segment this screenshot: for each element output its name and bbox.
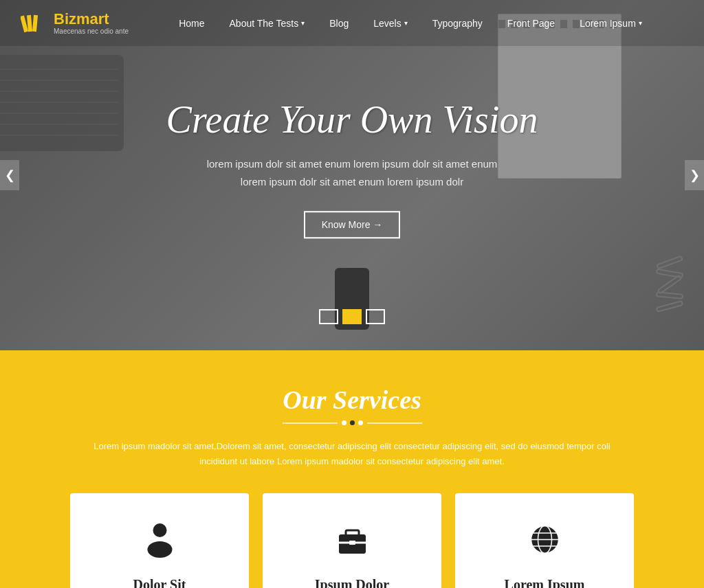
- nav-link-typography[interactable]: Typography: [420, 18, 495, 29]
- nav-item-lorem[interactable]: Lorem Ipsum ▾: [567, 18, 654, 29]
- brand-logo-area: Bizmart Maecenas nec odio ante: [21, 10, 138, 37]
- divider-line-right: [367, 422, 422, 424]
- nav-item-frontpage[interactable]: Front Page: [495, 18, 567, 29]
- nav-item-home[interactable]: Home: [166, 18, 217, 29]
- slider-dots: [319, 309, 385, 324]
- divider-dot-3: [358, 420, 363, 425]
- services-title: Our Services: [41, 385, 663, 415]
- hero-subtitle: lorem ipsum dolr sit amet enum lorem ips…: [111, 155, 593, 190]
- levels-dropdown-arrow: ▾: [404, 19, 408, 27]
- brand-text-group: Bizmart Maecenas nec odio ante: [54, 11, 129, 35]
- slider-dot-1[interactable]: [319, 309, 338, 324]
- divider-dots: [342, 420, 363, 425]
- nav-link-lorem[interactable]: Lorem Ipsum ▾: [567, 18, 654, 29]
- services-description: Lorem ipsum madolor sit amet,Dolorem sit…: [77, 439, 627, 469]
- nav-item-blog[interactable]: Blog: [317, 18, 361, 29]
- divider-dot-1: [342, 420, 346, 425]
- navbar: Bizmart Maecenas nec odio ante Home Abou…: [0, 0, 704, 46]
- about-dropdown-arrow: ▾: [301, 19, 305, 27]
- nav-links-list: Home About The Tests ▾ Blog Levels ▾ Typ…: [138, 18, 683, 29]
- hero-subtitle-line2: lorem ipsum dolr sit amet enum lorem ips…: [241, 176, 463, 188]
- brand-logo-icon: [21, 10, 48, 37]
- service-card-ipsum: Ipsum Dolor Lorem ipsum dolor sit amet, …: [263, 493, 441, 588]
- slider-arrow-left[interactable]: ❮: [0, 160, 19, 190]
- brand-tagline: Maecenas nec odio ante: [54, 27, 129, 35]
- svg-point-4: [147, 541, 172, 558]
- slider-dot-3[interactable]: [366, 309, 385, 324]
- service-title-ipsum: Ipsum Dolor: [283, 577, 421, 588]
- hero-content: Create Your Own Vision lorem ipsum dolr …: [111, 98, 593, 238]
- divider-line-left: [283, 422, 338, 424]
- divider-dot-2: [350, 420, 355, 425]
- svg-point-3: [153, 523, 166, 537]
- person-icon: [91, 521, 228, 567]
- slider-arrow-right[interactable]: ❯: [685, 160, 704, 190]
- service-title-lorem: Lorem Ipsum: [476, 577, 613, 588]
- svg-rect-8: [349, 541, 355, 545]
- nav-link-about[interactable]: About The Tests ▾: [217, 18, 318, 29]
- globe-icon: [476, 521, 613, 567]
- svg-rect-6: [346, 530, 359, 537]
- slider-dot-2[interactable]: [342, 309, 362, 324]
- services-divider: [41, 420, 663, 425]
- service-card-lorem: Lorem Ipsum Lorem ipsum dolor sit amet, …: [455, 493, 634, 588]
- services-section: Our Services Lorem ipsum madolor sit ame…: [0, 350, 704, 588]
- svg-rect-2: [32, 14, 38, 31]
- hero-subtitle-line1: lorem ipsum dolr sit amet enum lorem ips…: [207, 158, 498, 170]
- lorem-dropdown-arrow: ▾: [639, 19, 642, 27]
- nav-item-typography[interactable]: Typography: [420, 18, 495, 29]
- nav-link-levels[interactable]: Levels ▾: [361, 18, 419, 29]
- service-card-dolor: Dolor Sit Lorem ipsum dolor sit amet, co…: [70, 493, 249, 588]
- briefcase-icon: [283, 521, 421, 567]
- hero-title: Create Your Own Vision: [111, 98, 593, 142]
- nav-link-blog[interactable]: Blog: [317, 18, 361, 29]
- nav-item-about[interactable]: About The Tests ▾: [217, 18, 318, 29]
- nav-link-frontpage[interactable]: Front Page: [495, 18, 567, 29]
- brand-name[interactable]: Bizmart: [54, 11, 129, 27]
- nav-item-levels[interactable]: Levels ▾: [361, 18, 419, 29]
- services-cards-container: Dolor Sit Lorem ipsum dolor sit amet, co…: [41, 493, 663, 588]
- hero-section: Bizmart Maecenas nec odio ante Home Abou…: [0, 0, 704, 350]
- nav-link-home[interactable]: Home: [166, 18, 217, 29]
- hero-cta-button[interactable]: Know More →: [304, 211, 401, 238]
- service-title-dolor: Dolor Sit: [91, 577, 228, 588]
